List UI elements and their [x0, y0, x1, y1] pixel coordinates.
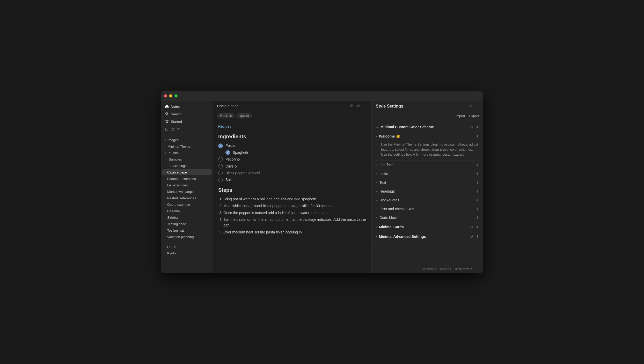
checklist-item-pasta[interactable]: Pasta: [218, 143, 366, 148]
reset-cards-icon[interactable]: ↺: [470, 225, 473, 229]
welcome-title-wrapper: › Welcome 👋: [376, 134, 400, 138]
settings-more-icon[interactable]: ⋯: [475, 104, 479, 108]
checklist-item-salt[interactable]: Salt: [218, 177, 366, 183]
download-text-icon[interactable]: ⬇: [476, 180, 479, 185]
download-lists-icon[interactable]: ⬇: [476, 207, 479, 211]
checklist-item-pecorino[interactable]: Pecorino: [218, 156, 366, 162]
quote-file-label: Quote example: [167, 203, 190, 207]
chevron-right-icon: ›: [170, 164, 171, 167]
sidebar-folder-minimal-theme[interactable]: › Minimal Theme: [162, 143, 212, 149]
sidebar-file-vacation[interactable]: Vacation planning: [162, 234, 212, 240]
folder-icon[interactable]: [171, 127, 174, 132]
maximize-button[interactable]: [174, 94, 178, 97]
sidebar-file-list-examples[interactable]: List examples: [162, 182, 212, 188]
testing-code-file-label: Testing code: [167, 222, 186, 226]
checklist-item-pepper[interactable]: Black pepper, ground: [218, 170, 366, 176]
sidebar-file-footnote[interactable]: Footnote examples: [162, 176, 212, 182]
chevron-right-icon: ›: [376, 181, 377, 184]
sidebar-folder-samples[interactable]: ⌄ Samples: [162, 156, 212, 162]
sidebar-file-sidebar[interactable]: Sidebar: [162, 215, 212, 221]
sidebar-folder-plugins[interactable]: › Plugins: [162, 150, 212, 156]
chevron-right-icon: ›: [165, 145, 166, 148]
ingredients-checklist: Pasta Spaghetti Pecorino Oliv: [218, 143, 366, 183]
check-spaghetti-icon: [225, 150, 230, 155]
download-links-icon[interactable]: ⬇: [476, 172, 479, 176]
tag-recipes[interactable]: #recipes: [217, 113, 235, 118]
cacio-file-label: Cacio e pepe: [167, 170, 187, 174]
main-section-label: Minimal Custom Color Scheme: [380, 125, 434, 129]
download-welcome-icon[interactable]: ⬇: [476, 134, 479, 138]
settings-item-interface[interactable]: › Interface ⬇: [372, 161, 483, 169]
sidebar-file-testing-code[interactable]: Testing code: [162, 221, 212, 227]
step-3: Once the pepper is toasted add a ladle o…: [223, 210, 366, 216]
check-oliveoil-icon: [218, 164, 223, 169]
reset-main-icon[interactable]: ↺: [470, 125, 473, 129]
sort-icon[interactable]: [177, 127, 180, 132]
settings-item-headings[interactable]: › Headings ⬇: [372, 187, 483, 196]
settings-main-title: ⌄ Minimal Custom Color Scheme: [376, 125, 434, 129]
sidebar-file-testing-lists[interactable]: Testing lists: [162, 228, 212, 233]
download-headings-icon[interactable]: ⬇: [476, 189, 479, 193]
sidebar-item-starred[interactable]: Starred: [162, 118, 212, 125]
chevron-right-icon: ›: [165, 139, 166, 141]
close-note-icon[interactable]: ✕: [357, 103, 360, 108]
checklist-item-oliveoil[interactable]: Olive oil: [218, 163, 366, 169]
settings-item-text[interactable]: › Text ⬇: [372, 178, 483, 187]
tag-pasta[interactable]: #pasta: [237, 113, 252, 118]
traffic-lights: [164, 94, 178, 97]
settings-close-icon[interactable]: ✕: [469, 104, 472, 108]
download-advanced-icon[interactable]: ⬇: [476, 234, 479, 239]
sidebar-file-markdown[interactable]: Markdown sample: [162, 189, 212, 195]
sidebar-item-notes[interactable]: Notes: [162, 103, 212, 110]
sidebar-file-clippings[interactable]: › Clippings: [162, 163, 212, 169]
advanced-section-header[interactable]: › Minimal Advanced Settings ↺ ⬇: [372, 232, 483, 241]
sidebar-file-quote[interactable]: Quote example: [162, 202, 212, 208]
settings-item-code[interactable]: › Code blocks ⬇: [372, 213, 483, 222]
close-button[interactable]: [164, 94, 167, 97]
download-cards-icon[interactable]: ⬇: [476, 225, 479, 229]
starred-label: Starred: [171, 120, 182, 124]
star-icon: [165, 119, 169, 124]
edit-icon[interactable]: [350, 103, 354, 108]
recipes-link[interactable]: Recipes: [218, 124, 231, 128]
settings-item-lists[interactable]: › Lists and checkboxes ⬇: [372, 204, 483, 213]
sidebar-file-kyoto[interactable]: Kyoto: [162, 250, 212, 256]
backlinks-count: 0 backlinks: [421, 267, 436, 271]
sidebar-file-readme[interactable]: Readme: [162, 208, 212, 214]
welcome-header[interactable]: › Welcome 👋 ⬇: [372, 132, 483, 141]
settings-main-section-header[interactable]: ⌄ Minimal Custom Color Scheme ↺ ⬇: [372, 122, 483, 132]
cards-section-header[interactable]: › Minimal Cards ↺ ⬇: [372, 222, 483, 232]
step-2: Meanwhile toast ground black pepper in a…: [223, 203, 366, 209]
sidebar-file-home[interactable]: Home: [162, 244, 212, 250]
text-label: Text: [379, 180, 386, 185]
minimize-button[interactable]: [169, 94, 172, 97]
sidebar-file-nested[interactable]: Nested References: [162, 195, 212, 201]
cards-label: Minimal Cards: [379, 225, 404, 229]
sidebar-file-cacio[interactable]: Cacio e pepe: [162, 169, 212, 175]
check-circle-icon: ✓: [476, 267, 479, 271]
steps-heading: Steps: [218, 186, 366, 194]
more-options-icon[interactable]: ⋯: [363, 103, 367, 108]
note-tags: #recipes #pasta: [213, 111, 371, 120]
download-blockquotes-icon[interactable]: ⬇: [476, 198, 479, 202]
reset-advanced-icon[interactable]: ↺: [470, 234, 473, 239]
export-button[interactable]: Export: [469, 114, 479, 118]
sidebar-item-search[interactable]: Search: [162, 111, 212, 118]
samples-folder-label: Samples: [169, 157, 182, 161]
footnote-file-label: Footnote examples: [167, 177, 196, 181]
settings-main-section: ⌄ Minimal Custom Color Scheme ↺ ⬇ ›: [372, 122, 483, 222]
download-interface-icon[interactable]: ⬇: [476, 163, 479, 167]
sidebar-folder-images[interactable]: › Images: [162, 137, 212, 143]
blockquotes-actions: ⬇: [476, 198, 479, 202]
main-content: Notes Search Starred: [161, 101, 483, 273]
words-count: 0 words: [440, 267, 451, 271]
download-code-icon[interactable]: ⬇: [476, 216, 479, 220]
download-main-icon[interactable]: ⬇: [476, 125, 479, 129]
sidebar: Notes Search Starred: [161, 101, 213, 273]
import-button[interactable]: Import: [456, 114, 465, 118]
settings-item-links[interactable]: › Links ⬇: [372, 169, 483, 178]
settings-item-blockquotes[interactable]: › Blockquotes ⬇: [372, 196, 483, 204]
new-note-icon[interactable]: [165, 127, 169, 132]
checklist-item-spaghetti[interactable]: Spaghetti: [225, 150, 366, 155]
svg-line-1: [167, 114, 169, 115]
